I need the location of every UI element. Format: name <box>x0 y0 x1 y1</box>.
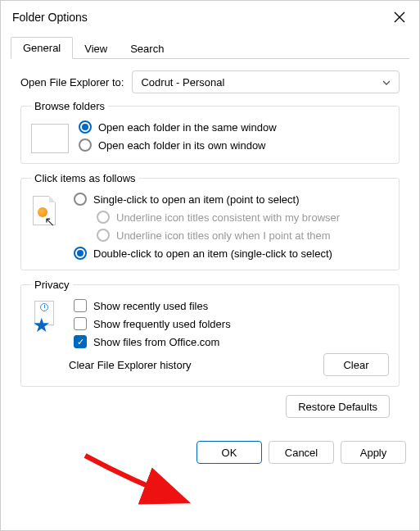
radio-icon <box>79 138 92 152</box>
radio-own-window[interactable]: Open each folder in its own window <box>79 138 389 152</box>
radio-underline-browser: Underline icon titles consistent with my… <box>97 211 389 224</box>
click-legend: Click items as follows <box>31 172 139 184</box>
restore-defaults-button[interactable]: Restore Defaults <box>286 395 390 418</box>
tab-general[interactable]: General <box>11 37 73 59</box>
radio-underline-browser-label: Underline icon titles consistent with my… <box>116 211 340 224</box>
folder-window-icon <box>31 124 69 153</box>
tab-general-label: General <box>23 42 61 54</box>
radio-icon <box>79 120 92 134</box>
clear-button[interactable]: Clear <box>323 353 389 376</box>
checkbox-icon <box>74 317 87 330</box>
tab-view[interactable]: View <box>73 39 119 59</box>
radio-icon <box>97 229 110 242</box>
checkbox-icon: ✓ <box>74 335 87 348</box>
checkbox-frequent-folders-label: Show frequently used folders <box>93 318 231 330</box>
tab-strip: General View Search <box>11 37 409 59</box>
dialog-footer: OK Cancel Apply <box>1 426 419 474</box>
radio-icon <box>74 247 87 260</box>
radio-icon <box>74 193 87 206</box>
cancel-button-label: Cancel <box>285 447 318 459</box>
clear-button-label: Clear <box>343 359 368 371</box>
privacy-group: Privacy ★ Show recently used files Show … <box>20 279 400 387</box>
open-to-value: Codrut - Personal <box>141 76 224 88</box>
clear-history-label: Clear File Explorer history <box>69 359 192 371</box>
ok-button-label: OK <box>222 447 237 459</box>
radio-own-window-label: Open each folder in its own window <box>98 139 266 152</box>
open-to-label: Open File Explorer to: <box>20 76 124 88</box>
radio-double-click-label: Double-click to open an item (single-cli… <box>93 247 332 260</box>
radio-icon <box>97 211 110 224</box>
close-icon[interactable] <box>391 9 408 25</box>
browse-folders-group: Browse folders Open each folder in the s… <box>20 100 400 164</box>
folder-options-dialog: Folder Options General View Search Open … <box>0 0 420 531</box>
apply-button-label: Apply <box>360 447 387 459</box>
radio-underline-point: Underline icon titles only when I point … <box>97 229 389 242</box>
restore-defaults-label: Restore Defaults <box>298 401 377 413</box>
apply-button[interactable]: Apply <box>341 441 406 464</box>
tab-search[interactable]: Search <box>119 39 175 59</box>
click-items-group: Click items as follows ↖ Single-click to… <box>20 172 400 270</box>
checkbox-recent-files-label: Show recently used files <box>93 300 208 312</box>
cancel-button[interactable]: Cancel <box>269 441 334 464</box>
tab-view-label: View <box>84 43 107 55</box>
titlebar: Folder Options <box>1 1 419 32</box>
tab-panel-general: Open File Explorer to: Codrut - Personal… <box>11 59 409 426</box>
radio-double-click[interactable]: Double-click to open an item (single-cli… <box>74 247 389 260</box>
single-click-icon: ↖ <box>31 194 64 232</box>
radio-single-click[interactable]: Single-click to open an item (point to s… <box>74 193 389 206</box>
browse-legend: Browse folders <box>31 100 108 112</box>
checkbox-frequent-folders[interactable]: Show frequently used folders <box>74 317 389 330</box>
checkbox-recent-files[interactable]: Show recently used files <box>74 299 389 312</box>
chevron-down-icon <box>382 78 391 87</box>
radio-underline-point-label: Underline icon titles only when I point … <box>116 229 331 242</box>
checkbox-icon <box>74 299 87 312</box>
checkbox-office-files[interactable]: ✓ Show files from Office.com <box>74 335 389 348</box>
checkbox-office-files-label: Show files from Office.com <box>93 336 219 348</box>
privacy-history-icon: ★ <box>31 301 64 334</box>
ok-button[interactable]: OK <box>196 441 262 464</box>
dialog-title: Folder Options <box>12 11 88 24</box>
tab-search-label: Search <box>130 43 164 55</box>
radio-single-click-label: Single-click to open an item (point to s… <box>93 193 299 206</box>
radio-same-window-label: Open each folder in the same window <box>98 121 277 134</box>
privacy-legend: Privacy <box>31 279 73 291</box>
open-to-select[interactable]: Codrut - Personal <box>132 70 400 93</box>
radio-same-window[interactable]: Open each folder in the same window <box>79 120 389 134</box>
